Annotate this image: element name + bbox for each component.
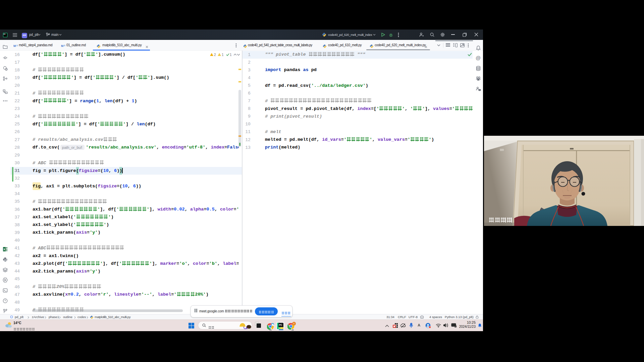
svg-text:1: 1: [222, 53, 224, 57]
svg-text:M: M: [61, 44, 64, 47]
svg-text:M: M: [13, 44, 16, 47]
svg-text:2: 2: [214, 53, 216, 57]
svg-text:X: X: [3, 248, 5, 251]
svg-text:1: 1: [230, 53, 232, 57]
